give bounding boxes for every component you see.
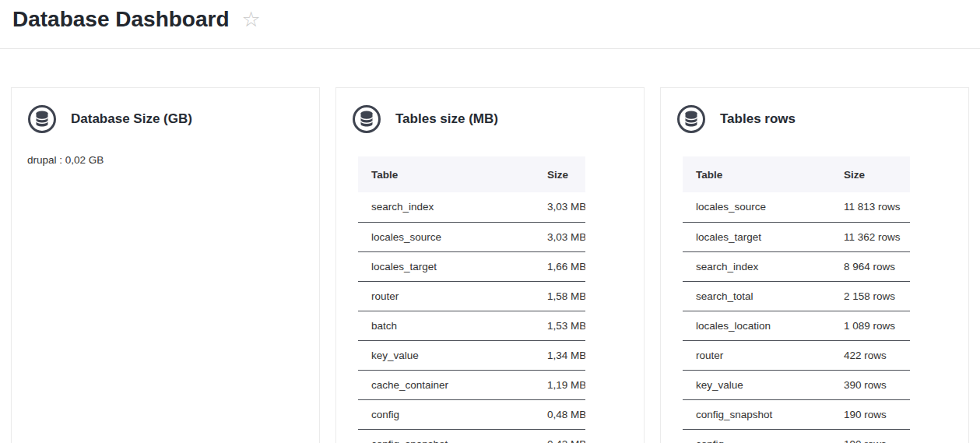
table-header-row: Table Size [683, 156, 910, 192]
table-row: locales_location1 089 rows [683, 311, 910, 340]
page-title: Database Dashboard [12, 5, 230, 34]
table-cell: cache_container [358, 370, 534, 399]
card-header: Tables size (MB) [352, 104, 628, 134]
table-cell: locales_target [358, 251, 534, 281]
database-icon [676, 104, 706, 134]
table-row: search_index3,03 MB [358, 192, 585, 222]
table-row: locales_source11 813 rows [683, 192, 910, 222]
table-row: locales_source3,03 MB [358, 222, 585, 251]
table-cell: 3,03 MB [534, 192, 585, 222]
table-row: router422 rows [683, 340, 910, 370]
table-cell: 1 089 rows [831, 311, 910, 340]
dashboard-cards: Database Size (GB) drupal : 0,02 GB Tabl… [0, 49, 980, 443]
table-cell: router [358, 281, 534, 311]
table-header-row: Table Size [358, 156, 585, 192]
table-cell: config_snapshot [683, 399, 831, 429]
table-cell: locales_source [683, 192, 831, 222]
database-icon [352, 104, 381, 134]
table-row: batch1,53 MB [358, 311, 585, 340]
table-row: cache_container1,19 MB [358, 370, 585, 399]
table-row: router1,58 MB [358, 281, 585, 311]
column-header-table: Table [358, 156, 534, 192]
tables-size-table: Table Size search_index3,03 MBlocales_so… [358, 156, 585, 443]
card-header: Tables rows [676, 104, 953, 134]
tables-rows-table: Table Size locales_source11 813 rowsloca… [683, 156, 910, 443]
table-row: key_value1,34 MB [358, 340, 585, 370]
table-cell: 1,53 MB [534, 311, 585, 340]
table-cell: batch [358, 311, 534, 340]
table-cell: key_value [358, 340, 534, 370]
table-cell: search_index [358, 192, 534, 222]
table-cell: 190 rows [831, 429, 910, 443]
table-cell: 2 158 rows [831, 281, 910, 311]
card-title: Tables rows [720, 111, 796, 127]
table-cell: 8 964 rows [831, 251, 910, 281]
card-database-size: Database Size (GB) drupal : 0,02 GB [11, 87, 320, 443]
favorite-star-icon[interactable]: ☆ [242, 5, 261, 34]
table-cell: locales_source [358, 222, 534, 251]
table-cell: config_snapshot [358, 429, 534, 443]
card-title: Tables size (MB) [395, 111, 498, 127]
table-row: config190 rows [683, 429, 910, 443]
column-header-table: Table [683, 156, 831, 192]
table-cell: search_total [683, 281, 831, 311]
table-row: config0,48 MB [358, 399, 585, 429]
card-tables-rows: Tables rows Table Size locales_source11 … [660, 87, 969, 443]
table-cell: 422 rows [831, 340, 910, 370]
table-cell: key_value [683, 370, 831, 399]
card-title: Database Size (GB) [71, 111, 192, 127]
table-cell: config [358, 399, 534, 429]
table-cell: 11 813 rows [831, 192, 910, 222]
table-row: locales_target11 362 rows [683, 222, 910, 251]
table-cell: 0,48 MB [534, 399, 585, 429]
table-cell: router [683, 340, 831, 370]
card-header: Database Size (GB) [27, 104, 304, 134]
table-cell: 1,19 MB [534, 370, 585, 399]
table-row: search_index8 964 rows [683, 251, 910, 281]
table-cell: 1,66 MB [534, 251, 585, 281]
database-icon [27, 104, 57, 134]
table-cell: 11 362 rows [831, 222, 910, 251]
table-cell: locales_location [683, 311, 831, 340]
table-cell: 190 rows [831, 399, 910, 429]
table-row: locales_target1,66 MB [358, 251, 585, 281]
table-cell: 0,43 MB [534, 429, 585, 443]
table-cell: 1,34 MB [534, 340, 585, 370]
card-tables-size: Tables size (MB) Table Size search_index… [335, 87, 645, 443]
database-size-value: drupal : 0,02 GB [27, 154, 304, 166]
table-row: config_snapshot190 rows [683, 399, 910, 429]
column-header-size: Size [534, 156, 585, 192]
table-cell: locales_target [683, 222, 831, 251]
table-cell: 3,03 MB [534, 222, 585, 251]
column-header-size: Size [831, 156, 910, 192]
table-cell: search_index [683, 251, 831, 281]
table-cell: 390 rows [831, 370, 910, 399]
table-row: key_value390 rows [683, 370, 910, 399]
table-row: config_snapshot0,43 MB [358, 429, 585, 443]
table-cell: config [683, 429, 831, 443]
table-row: search_total2 158 rows [683, 281, 910, 311]
table-cell: 1,58 MB [534, 281, 585, 311]
top-bar: Database Dashboard ☆ [0, 0, 980, 49]
